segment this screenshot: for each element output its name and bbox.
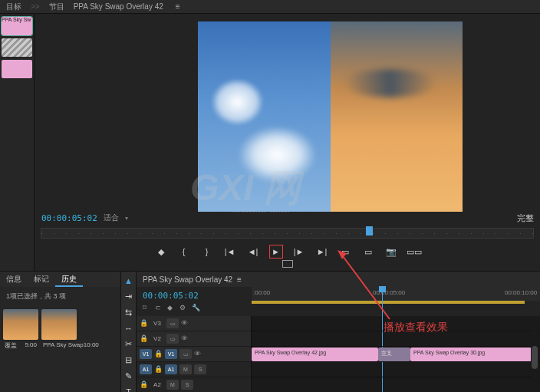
sources-label: 目标 (2, 2, 26, 12)
program-panel-header: 目标 >> 节目 PPA Sky Swap Overlay 42 ≡ (0, 0, 540, 14)
eye-icon[interactable]: 👁 (194, 350, 202, 358)
mark-out-button[interactable]: } (200, 245, 214, 259)
track-output-toggle[interactable]: ▭ (179, 349, 192, 359)
lock-icon[interactable]: 🔒 (140, 334, 148, 343)
video-clip[interactable]: PPA Sky Swap Overlay 42.jpg (252, 348, 378, 361)
zoom-fit-dropdown[interactable]: 适合 (104, 212, 119, 223)
eye-icon[interactable]: 👁 (181, 319, 189, 328)
bin-item[interactable]: 覆盖5:00 (3, 309, 38, 351)
timeline-panel: PPA Sky Swap Overlay 42 ≡ 00:00:05:02 ⌑ … (137, 272, 540, 392)
annotation-text: 播放查看效果 (384, 321, 448, 334)
vertical-scrollbar[interactable] (531, 318, 538, 389)
lower-tabs: 信息 标记 历史 (0, 272, 120, 287)
clip-thumbnail (3, 309, 38, 340)
tab-info[interactable]: 信息 (0, 272, 28, 287)
extract-button[interactable]: ▭ (361, 245, 375, 259)
eye-icon[interactable]: 👁 (181, 334, 189, 343)
mute-toggle[interactable]: M (166, 380, 179, 390)
selection-tool[interactable]: ▲ (123, 276, 134, 285)
project-panel: 信息 标记 历史 1项已选择，共 3 项 覆盖5:00 PPA Sky Swap… (0, 272, 121, 392)
track-output-toggle[interactable]: ▭ (166, 334, 179, 344)
track-lane-a1[interactable] (252, 362, 540, 377)
export-frame-button[interactable]: 📷 (384, 245, 398, 259)
track-select-tool[interactable]: ⇥ (123, 292, 134, 301)
track-header-a2[interactable]: 🔒 A2 M S (137, 377, 251, 392)
selection-count: 1项已选择，共 3 项 (0, 287, 120, 306)
slip-tool[interactable]: ⊟ (123, 355, 134, 365)
track-headers: 🔒 V3 ▭ 👁 🔒 V2 ▭ 👁 V1 🔒 V1 ▭ 👁 (137, 316, 252, 392)
program-monitor: GXI 网 system.com 00:00:05:02 适合 ▾ 完整 ◆ {… (35, 14, 540, 271)
transition-clip[interactable]: 交叉 (378, 348, 410, 361)
preview-left (198, 21, 331, 212)
track-target-v1[interactable]: V1 (165, 349, 177, 359)
add-marker-button[interactable]: ◆ (154, 245, 168, 259)
source-panel: PPA Sky Sw (0, 14, 35, 271)
mark-in-button[interactable]: { (177, 245, 191, 259)
panel-title: PPA Sky Swap Overlay 42 (69, 2, 168, 11)
go-to-out-button[interactable]: ►| (315, 245, 329, 259)
scrollbar-thumb[interactable] (532, 346, 538, 369)
step-forward-button[interactable]: |► (292, 245, 306, 259)
play-button[interactable]: ► (269, 245, 283, 259)
wrench-icon[interactable]: 🔧 (192, 304, 200, 312)
go-to-in-button[interactable]: |◄ (223, 245, 237, 259)
step-back-button[interactable]: ◄| (246, 245, 260, 259)
track-header-a1[interactable]: A1 🔒 A1 M S (137, 362, 251, 377)
video-clip[interactable]: PPA Sky Swap Overlay 30.jpg (410, 348, 532, 361)
mini-timeline[interactable] (41, 228, 534, 239)
track-target-a1[interactable]: A1 (165, 364, 177, 374)
lock-icon[interactable]: 🔒 (154, 365, 163, 374)
tool-palette: ▲ ⇥ ⇆ ↔ ✂ ⊟ ✎ T (121, 272, 137, 392)
pen-tool[interactable]: ✎ (123, 371, 134, 381)
linked-selection-icon[interactable]: ⊂ (155, 304, 163, 312)
track-lane-v1[interactable]: PPA Sky Swap Overlay 42.jpg 交叉 PPA Sky S… (252, 347, 540, 362)
clip-thumbnail (41, 309, 77, 340)
source-patch-a1[interactable]: A1 (140, 364, 152, 374)
timeline-timecode[interactable]: 00:00:05:02 (143, 291, 199, 301)
rate-stretch-tool[interactable]: ↔ (123, 324, 134, 333)
preview-right (331, 21, 463, 212)
ruler-tick: :00:00 (253, 289, 270, 296)
lock-icon[interactable]: 🔒 (140, 319, 148, 328)
lock-icon[interactable]: 🔒 (140, 380, 148, 389)
ruler-tick: 00:00:05:00 (373, 289, 405, 296)
track-header-v2[interactable]: 🔒 V2 ▭ 👁 (137, 331, 251, 347)
source-clip-thumb[interactable] (2, 60, 32, 78)
snap-icon[interactable]: ⌑ (143, 304, 151, 312)
tab-marker[interactable]: 标记 (28, 272, 55, 287)
chevron-down-icon: ▾ (125, 215, 128, 222)
mute-toggle[interactable]: M (179, 364, 192, 374)
panel-menu-icon[interactable]: ≡ (237, 275, 242, 284)
lift-button[interactable]: ▭ (338, 245, 352, 259)
sequence-name[interactable]: PPA Sky Swap Overlay 42 (143, 275, 232, 284)
solo-toggle[interactable]: S (194, 364, 206, 374)
razor-tool[interactable]: ✂ (123, 339, 134, 349)
source-patch-v1[interactable]: V1 (140, 349, 152, 359)
settings-icon[interactable]: ⚙ (179, 304, 188, 312)
resolution-dropdown[interactable]: 完整 (517, 212, 534, 224)
track-header-v3[interactable]: 🔒 V3 ▭ 👁 (137, 316, 251, 331)
solo-toggle[interactable]: S (181, 380, 193, 390)
source-clip-thumb[interactable]: PPA Sky Sw (2, 17, 32, 35)
track-output-toggle[interactable]: ▭ (166, 318, 179, 328)
button-editor-button[interactable]: ▭▭ (407, 245, 421, 259)
program-label: 节目 (44, 2, 69, 12)
video-canvas (198, 21, 463, 212)
track-lane-a2[interactable] (252, 377, 540, 392)
panel-menu-icon[interactable]: ≡ (171, 2, 185, 11)
ruler-tick: 00:00:10:00 (505, 289, 537, 296)
ripple-edit-tool[interactable]: ⇆ (123, 308, 134, 318)
track-header-v1[interactable]: V1 🔒 V1 ▭ 👁 (137, 347, 251, 362)
time-ruler[interactable]: :00:00 00:00:05:00 00:00:10:00 (252, 287, 540, 301)
safe-margins-button[interactable] (282, 260, 293, 268)
work-area-bar[interactable] (252, 301, 525, 304)
marker-icon[interactable]: ◆ (167, 304, 176, 312)
mini-playhead[interactable] (366, 226, 373, 236)
source-clip-thumb[interactable] (2, 38, 32, 57)
program-timecode[interactable]: 00:00:05:02 (41, 213, 97, 223)
bin-item[interactable]: PPA Sky Swap10:00 (41, 309, 100, 351)
type-tool[interactable]: T (123, 387, 134, 392)
sep-icon: >> (26, 2, 44, 11)
tab-history[interactable]: 历史 (55, 272, 83, 287)
lock-icon[interactable]: 🔒 (154, 350, 163, 358)
